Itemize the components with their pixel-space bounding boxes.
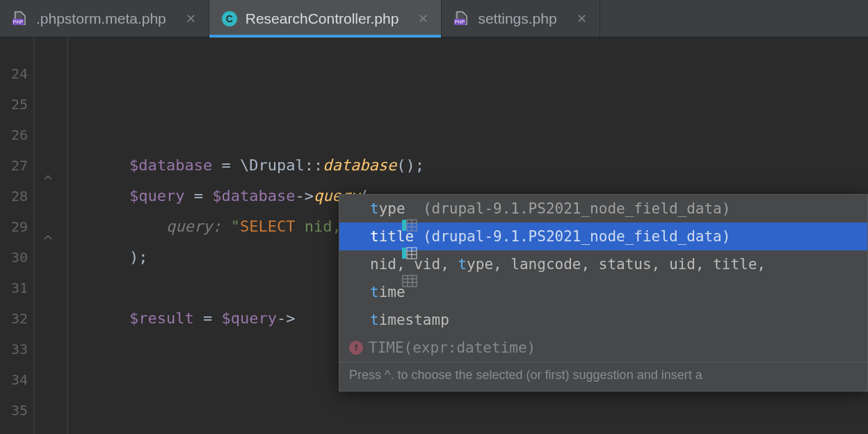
code-line <box>75 58 868 89</box>
fold-close-icon[interactable] <box>43 231 53 241</box>
svg-text:PHP: PHP <box>455 19 465 24</box>
db-columns-icon <box>349 257 364 271</box>
fold-gutter <box>33 38 75 434</box>
line-number: 24 <box>0 58 33 89</box>
line-number: 31 <box>0 273 33 303</box>
tab-phpstorm-meta[interactable]: PHP .phpstorm.meta.php ✕ <box>0 0 209 37</box>
completion-item[interactable]: f TIME(expr:datetime) <box>339 334 867 362</box>
fold-open-icon[interactable] <box>43 170 53 179</box>
line-number: 25 <box>0 89 33 120</box>
blank-icon <box>349 313 364 327</box>
code-line <box>75 89 868 120</box>
close-icon[interactable]: ✕ <box>577 11 587 26</box>
close-icon[interactable]: ✕ <box>186 11 196 26</box>
completion-item[interactable]: type (drupal-9.1.PS2021_node_field_data) <box>339 195 867 223</box>
completion-hint: Press ^. to choose the selected (or firs… <box>339 362 867 391</box>
line-number: 34 <box>0 364 33 395</box>
close-icon[interactable]: ✕ <box>418 11 428 26</box>
completion-item-selected[interactable]: title (drupal-9.1.PS2021_node_field_data… <box>339 223 867 250</box>
line-number: 28 <box>0 181 33 211</box>
completion-item[interactable]: nid, vid, type, langcode, status, uid, t… <box>339 250 867 278</box>
code-line: $database = \Drupal::database(); <box>75 150 868 181</box>
completion-item[interactable]: time <box>339 278 867 306</box>
blank-icon <box>349 285 364 299</box>
tab-label: ResearchController.php <box>246 10 399 27</box>
php-file-icon: PHP <box>13 11 28 26</box>
tab-label: settings.php <box>478 10 556 27</box>
tab-research-controller[interactable]: C ResearchController.php ✕ <box>209 0 442 37</box>
db-column-icon <box>349 202 364 216</box>
completion-item[interactable]: timestamp <box>339 306 867 334</box>
code-line <box>75 395 868 426</box>
line-number: 26 <box>0 120 33 150</box>
code-line <box>75 120 868 150</box>
editor-tab-bar: PHP .phpstorm.meta.php ✕ C ResearchContr… <box>0 0 868 38</box>
line-number: 36 <box>0 426 33 434</box>
class-file-icon: C <box>222 11 237 26</box>
line-number-gutter: 24 25 26 27 28 29 30 31 32 33 34 35 36 <box>0 38 33 434</box>
function-icon: f <box>349 341 363 355</box>
db-column-icon <box>349 230 364 243</box>
code-completion-popup[interactable]: type (drupal-9.1.PS2021_node_field_data)… <box>339 194 868 392</box>
svg-text:PHP: PHP <box>13 19 24 24</box>
tab-settings[interactable]: PHP settings.php ✕ <box>442 0 600 37</box>
php-file-icon: PHP <box>454 11 469 26</box>
line-number: 35 <box>0 395 33 426</box>
tab-label: .phpstorm.meta.php <box>36 10 166 27</box>
line-number: 27 <box>0 150 33 181</box>
line-number: 33 <box>0 334 33 364</box>
line-number: 29 <box>0 211 33 242</box>
line-number: 30 <box>0 242 33 273</box>
line-number: 32 <box>0 303 33 334</box>
